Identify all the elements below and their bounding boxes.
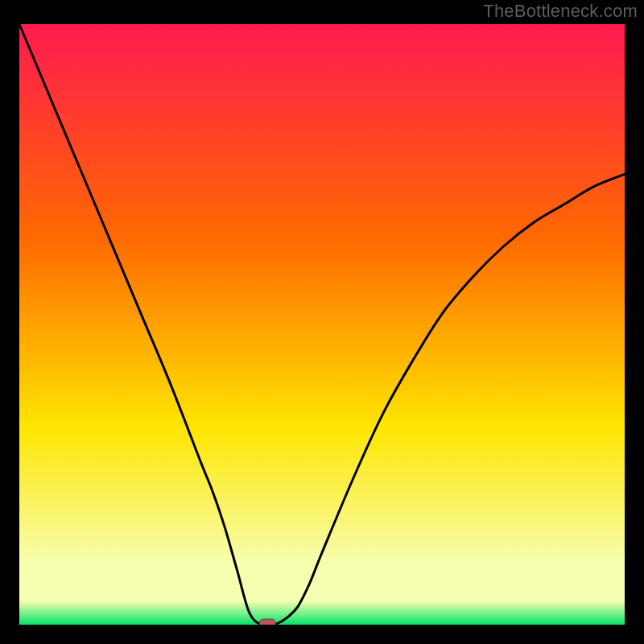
chart-svg [19, 24, 625, 625]
plot-area [19, 24, 625, 625]
attribution-text: TheBottleneck.com [483, 1, 638, 22]
chart-frame: TheBottleneck.com [0, 0, 644, 644]
gradient-background [19, 24, 625, 625]
optimum-marker [259, 619, 275, 625]
